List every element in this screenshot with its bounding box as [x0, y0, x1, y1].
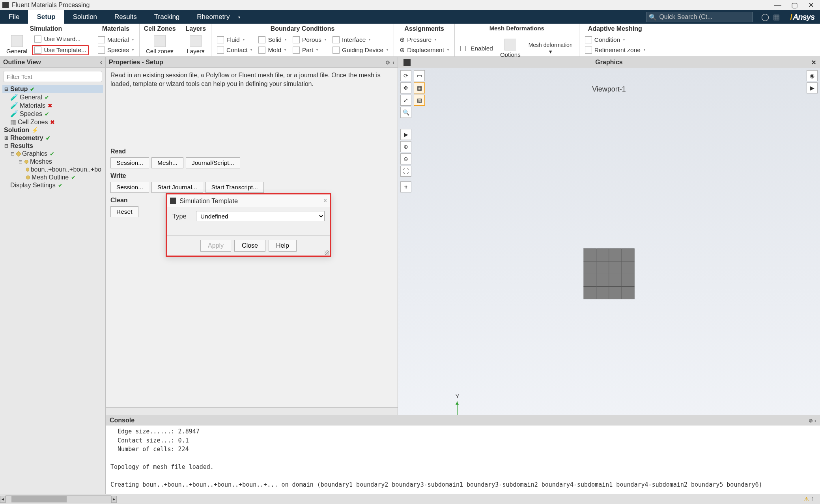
mesh-visualization [584, 248, 635, 299]
menu-rheometry[interactable]: Rheometry [188, 10, 238, 24]
tree-solution[interactable]: Solution⚡ [2, 126, 103, 134]
tree-setup[interactable]: ⊟Setup✔ [2, 85, 103, 93]
read-session-button[interactable]: Session... [110, 157, 149, 168]
menu-overflow-icon[interactable]: ▾ [238, 10, 246, 24]
zoom-box-tool[interactable]: ⤢ [400, 95, 411, 106]
flag-tool[interactable]: ▶ [400, 129, 411, 140]
collapse-icon[interactable]: ‹ [100, 59, 102, 66]
simulation-template-dialog: Simulation Template × Type Undefined App… [166, 193, 331, 257]
tree-results[interactable]: ⊟Results [2, 142, 103, 150]
general-button[interactable]: General [3, 34, 30, 56]
layout-icon[interactable]: ▦ [773, 13, 780, 21]
menu-solution[interactable]: Solution [64, 10, 106, 24]
zoom-out-tool[interactable]: ⊖ [400, 153, 411, 164]
chevron-down-icon: ▾ [447, 48, 449, 52]
view3-tool[interactable]: ▧ [414, 95, 425, 106]
tree-cellzones[interactable]: ▦Cell Zones✖ [2, 118, 103, 126]
tree-display-settings[interactable]: Display Settings✔ [2, 181, 103, 189]
species-button[interactable]: Species▾ [95, 46, 136, 54]
quick-search[interactable]: 🔍 Quick Search (Ct... [646, 12, 753, 22]
tree-general[interactable]: 🧪General✔ [2, 93, 103, 101]
tree-materials[interactable]: 🧪Materials✖ [2, 101, 103, 110]
menu-file[interactable]: File [0, 10, 28, 24]
panel-header-icons: ⊚ ‹ [385, 59, 394, 65]
read-mesh-button[interactable]: Mesh... [151, 157, 183, 168]
mold-bc-button[interactable]: Mold▾ [256, 46, 288, 54]
filter-input[interactable] [3, 71, 102, 82]
use-template-button[interactable]: Use Template... [32, 45, 88, 55]
tree-meshes[interactable]: ⊟Meshes [2, 158, 103, 166]
write-session-button[interactable]: Session... [110, 182, 149, 193]
use-wizard-button[interactable]: Use Wizard... [32, 35, 88, 43]
refinement-button[interactable]: Refinement zone▾ [583, 46, 648, 54]
layer-button[interactable]: Layer▾ [183, 34, 208, 56]
checkbox-icon [460, 46, 466, 51]
close-button-dialog[interactable]: Close [234, 240, 265, 252]
fit-tool[interactable]: ⛶ [400, 166, 411, 177]
reset-button[interactable]: Reset [110, 206, 138, 217]
menu-tracking[interactable]: Tracking [146, 10, 189, 24]
scroll-track[interactable] [6, 495, 111, 503]
console-output[interactable]: Edge size......: 2.8947 Contact size...:… [106, 426, 820, 494]
zoom-tool[interactable]: 🔍 [400, 107, 411, 118]
view1-tool[interactable]: ▭ [414, 70, 425, 81]
menu-setup[interactable]: Setup [28, 10, 64, 24]
minus-icon[interactable]: ⊟ [18, 159, 23, 164]
porous-bc-button[interactable]: Porous▾ [290, 35, 329, 44]
cellzone-button[interactable]: Cell zone▾ [143, 34, 177, 56]
minus-icon[interactable]: ⊟ [10, 151, 15, 157]
close-icon[interactable]: × [811, 58, 816, 67]
play-tool[interactable]: ▶ [807, 82, 818, 93]
start-journal-button[interactable]: Start Journal... [151, 182, 203, 193]
scroll-right-button[interactable]: ► [111, 496, 117, 503]
warning-triangle-icon[interactable]: ⚠ [804, 496, 809, 503]
resize-grip-icon[interactable] [325, 250, 329, 255]
part-bc-button[interactable]: Part▾ [290, 46, 329, 54]
probe-tool[interactable]: ◉ [807, 70, 818, 81]
scroll-left-button[interactable]: ◄ [0, 496, 6, 503]
start-transcript-button[interactable]: Start Transcript... [205, 182, 264, 193]
apply-button[interactable]: Apply [200, 240, 231, 252]
tree-rheometry[interactable]: ⊞Rheometry✔ [2, 134, 103, 142]
enabled-checkbox[interactable]: Enabled [458, 44, 495, 53]
read-journal-button[interactable]: Journal/Script... [186, 157, 240, 168]
guiding-label: Guiding Device [342, 47, 383, 54]
fluid-bc-button[interactable]: Fluid▾ [215, 35, 254, 44]
type-dropdown[interactable]: Undefined [196, 211, 325, 221]
chevron-left-icon[interactable]: ‹ [392, 59, 394, 65]
graphics-header: Graphics × [398, 57, 820, 68]
tree-mesh-outline[interactable]: Mesh Outline✔ [2, 174, 103, 181]
options-button[interactable]: Options [497, 37, 524, 60]
menu-results[interactable]: Results [106, 10, 146, 24]
meshdef-button[interactable]: Mesh deformation▾ [525, 40, 576, 57]
guiding-bc-button[interactable]: Guiding Device▾ [330, 46, 390, 54]
axes-tool[interactable]: ⌗ [400, 181, 411, 192]
pin-icon[interactable]: ⊚ [385, 59, 390, 65]
pin-icon[interactable]: ⊚ [809, 418, 813, 424]
condition-button[interactable]: Condition▾ [583, 35, 648, 44]
plus-icon[interactable]: ⊞ [4, 135, 9, 141]
displacement-button[interactable]: ⊕Displacement▾ [397, 46, 451, 54]
zoom-in-tool[interactable]: ⊕ [400, 141, 411, 152]
scroll-thumb[interactable] [11, 496, 67, 502]
help-button[interactable]: Help [269, 240, 297, 252]
pressure-button[interactable]: ⊕Pressure▾ [397, 35, 451, 44]
maximize-button[interactable]: ▢ [791, 1, 798, 9]
pan-tool[interactable]: ✥ [400, 82, 411, 93]
collapse-icon[interactable]: ‹ [814, 418, 816, 424]
minus-icon[interactable]: ⊟ [4, 143, 9, 149]
minimize-button[interactable]: — [774, 1, 781, 9]
minus-icon[interactable]: ⊟ [4, 86, 9, 92]
tree-graphics[interactable]: ⊟Graphics✔ [2, 150, 103, 158]
close-button[interactable]: ✕ [807, 1, 814, 9]
contact-bc-button[interactable]: Contact▾ [215, 46, 254, 54]
rotate-tool[interactable]: ⟳ [400, 70, 411, 81]
material-button[interactable]: Material▾ [95, 35, 136, 44]
tree-mesh-item[interactable]: boun..+boun..+boun..+bo [2, 166, 103, 174]
interface-bc-button[interactable]: Interface▾ [330, 35, 390, 44]
view2-tool[interactable]: ▦ [414, 82, 425, 93]
tree-species[interactable]: 🧪Species✔ [2, 110, 103, 118]
info-icon[interactable]: ◯ [761, 13, 769, 21]
dialog-close-icon[interactable]: × [323, 197, 327, 204]
solid-bc-button[interactable]: Solid▾ [256, 35, 288, 44]
